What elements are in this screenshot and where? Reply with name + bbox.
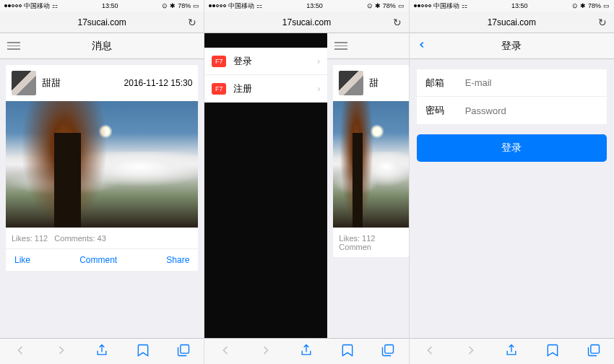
browser-url-bar[interactable]: 17sucai.com ↻	[0, 12, 204, 33]
login-button[interactable]: 登录	[417, 134, 607, 162]
chevron-left-icon	[417, 40, 427, 50]
post-header: 甜甜 2016-11-12 15:30	[6, 65, 198, 101]
like-button[interactable]: Like	[14, 255, 30, 265]
alarm-icon: ⊙	[367, 2, 373, 9]
share-button[interactable]: Share	[166, 255, 189, 265]
carrier-label: 中国移动	[24, 1, 50, 11]
side-panel: F7 登录 › F7 注册 ›	[204, 33, 327, 338]
signal-dots-icon	[414, 4, 431, 7]
wifi-icon: ⚏	[256, 2, 262, 9]
url-text: 17sucai.com	[77, 17, 126, 27]
status-bar: 中国移动 ⚏ 13:50 ⊙ ✱ 78% ▭	[410, 0, 614, 12]
password-field[interactable]	[465, 105, 598, 116]
forward-icon[interactable]	[464, 343, 478, 360]
bluetooth-icon: ✱	[580, 2, 586, 9]
menu-button[interactable]	[7, 42, 20, 50]
bluetooth-icon: ✱	[170, 2, 176, 9]
share-icon[interactable]	[95, 343, 109, 360]
password-row: 密码	[417, 97, 607, 124]
chevron-right-icon: ›	[317, 84, 320, 94]
forward-icon[interactable]	[259, 343, 273, 360]
username-label: 甜	[369, 77, 403, 90]
tabs-icon[interactable]	[381, 343, 395, 360]
panel-label: 注册	[233, 82, 310, 95]
password-label: 密码	[425, 104, 465, 117]
carrier-label: 中国移动	[433, 1, 459, 11]
battery-label: 78%	[588, 2, 601, 9]
screen-login: 中国移动 ⚏ 13:50 ⊙ ✱ 78% ▭ 17sucai.com ↻ 登录 …	[410, 0, 614, 364]
url-text: 17sucai.com	[488, 17, 536, 27]
page-title: 消息	[92, 40, 112, 53]
alarm-icon: ⊙	[572, 2, 578, 9]
status-bar: 中国移动 ⚏ 13:50 ⊙ ✱ 78% ▭	[204, 0, 408, 12]
screen-messages: 中国移动 ⚏ 13:50 ⊙ ✱ 78% ▭ 17sucai.com ↻ 消息 …	[0, 0, 204, 364]
content-area: 邮箱 密码 登录	[410, 59, 614, 338]
svg-rect-1	[385, 344, 394, 353]
reload-icon[interactable]: ↻	[393, 17, 402, 28]
bluetooth-icon: ✱	[375, 2, 381, 9]
browser-url-bar[interactable]: 17sucai.com ↻	[204, 12, 408, 33]
back-icon[interactable]	[423, 343, 437, 360]
hamburger-icon	[7, 42, 20, 50]
post-image	[333, 101, 408, 228]
content-area: 甜甜 2016-11-12 15:30 Likes: 112 Comments:…	[0, 59, 204, 338]
email-field[interactable]	[465, 77, 598, 88]
app-navbar	[327, 33, 408, 59]
back-button[interactable]	[417, 38, 427, 53]
f7-badge: F7	[212, 83, 226, 95]
app-navbar: 登录	[410, 33, 614, 59]
signal-dots-icon	[209, 4, 226, 7]
share-icon[interactable]	[299, 343, 314, 360]
avatar	[339, 71, 363, 95]
forward-icon[interactable]	[54, 343, 69, 360]
carrier-label: 中国移动	[228, 1, 254, 11]
likes-count: Likes: 112	[12, 234, 48, 243]
reload-icon[interactable]: ↻	[188, 17, 196, 28]
wifi-icon: ⚏	[52, 2, 58, 9]
content-area: F7 登录 › F7 注册 › 甜	[204, 33, 408, 338]
browser-toolbar	[204, 338, 408, 364]
screen-side-panel: 中国移动 ⚏ 13:50 ⊙ ✱ 78% ▭ 17sucai.com ↻ F7 …	[204, 0, 409, 364]
back-icon[interactable]	[13, 343, 27, 360]
post-stats: Likes: 112 Comments: 43	[6, 228, 198, 248]
svg-rect-2	[590, 344, 599, 353]
panel-item-register[interactable]: F7 注册 ›	[204, 75, 327, 103]
clock-label: 13:50	[306, 2, 323, 9]
chevron-right-icon: ›	[317, 56, 320, 66]
reload-icon[interactable]: ↻	[598, 17, 607, 28]
pushed-content[interactable]: 甜 Likes: 112 Commen	[327, 33, 408, 338]
post-stats: Likes: 112 Commen	[333, 228, 408, 257]
bookmarks-icon[interactable]	[340, 343, 355, 360]
post-card: 甜 Likes: 112 Commen	[333, 65, 408, 257]
url-text: 17sucai.com	[282, 17, 331, 27]
panel-label: 登录	[233, 55, 310, 68]
back-icon[interactable]	[218, 343, 233, 360]
status-bar: 中国移动 ⚏ 13:50 ⊙ ✱ 78% ▭	[0, 0, 204, 12]
page-title: 登录	[501, 40, 522, 53]
browser-toolbar	[410, 338, 614, 364]
wifi-icon: ⚏	[462, 2, 467, 9]
battery-icon: ▭	[398, 2, 405, 9]
svg-rect-0	[181, 344, 189, 353]
alarm-icon: ⊙	[162, 2, 168, 9]
panel-item-login[interactable]: F7 登录 ›	[204, 48, 327, 75]
post-image[interactable]	[6, 101, 198, 228]
clock-label: 13:50	[511, 2, 528, 9]
comment-button[interactable]: Comment	[79, 255, 117, 265]
share-icon[interactable]	[504, 343, 519, 360]
email-label: 邮箱	[425, 77, 465, 90]
hamburger-icon	[334, 42, 347, 50]
username-label: 甜甜	[42, 77, 118, 90]
battery-label: 78%	[178, 2, 191, 9]
browser-url-bar[interactable]: 17sucai.com ↻	[410, 12, 614, 33]
battery-label: 78%	[383, 2, 396, 9]
app-navbar: 消息	[0, 33, 204, 59]
bookmarks-icon[interactable]	[545, 343, 560, 360]
avatar[interactable]	[12, 71, 36, 95]
battery-icon: ▭	[193, 2, 199, 9]
tabs-icon[interactable]	[176, 343, 191, 360]
bookmarks-icon[interactable]	[136, 343, 150, 360]
tabs-icon[interactable]	[587, 343, 601, 360]
comments-count: Commen	[339, 243, 371, 251]
comments-count: Comments: 43	[54, 234, 106, 243]
